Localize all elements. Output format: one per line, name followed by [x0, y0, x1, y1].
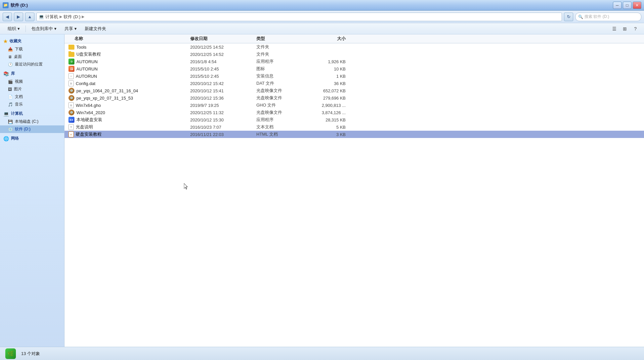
- back-button[interactable]: ◀: [3, 13, 12, 21]
- table-row[interactable]: e 硬盘安装教程 2016/11/21 22:03 HTML 文档 3 KB: [64, 131, 644, 138]
- sidebar-item-downloads[interactable]: 📥 下载: [0, 45, 64, 53]
- table-row[interactable]: U盘安装教程 2020/12/25 14:52 文件夹: [64, 51, 644, 58]
- document-label: 文档: [15, 94, 23, 100]
- table-row[interactable]: EX 本地硬盘安装 2020/10/12 15:30 应用程序 28,315 K…: [64, 116, 644, 123]
- iso-icon: 💿: [68, 95, 74, 101]
- statusbar: 🌿 13 个对象: [0, 347, 644, 360]
- col-header-date[interactable]: 修改日期: [190, 36, 256, 42]
- table-row[interactable]: 💿 pe_yqs_1064_20_07_31_16_04 2020/10/12 …: [64, 87, 644, 94]
- sidebar-item-recent[interactable]: 🕐 最近访问的位置: [0, 61, 64, 68]
- organize-button[interactable]: 组织 ▾: [4, 24, 23, 33]
- sidebar-item-drive-c[interactable]: 💾 本地磁盘 (C:): [0, 118, 64, 125]
- iso-icon: 💿: [68, 110, 74, 115]
- dat-icon: D: [68, 80, 74, 86]
- file-size-cell: 2,900,813 ...: [309, 103, 352, 108]
- file-date-cell: 2020/10/12 15:36: [190, 96, 256, 101]
- col-header-size[interactable]: 大小: [309, 36, 352, 42]
- file-date-cell: 2015/5/10 2:45: [190, 67, 256, 71]
- sidebar-item-music[interactable]: 🎵 音乐: [0, 101, 64, 108]
- minimize-button[interactable]: ─: [613, 2, 622, 9]
- file-name-cell: EX 本地硬盘安装: [64, 117, 190, 123]
- sidebar-item-drive-d[interactable]: 💿 软件 (D:): [0, 125, 64, 133]
- breadcrumb-sep1: ▶: [60, 15, 62, 19]
- table-row[interactable]: 💿 pe_yqs_xp_20_07_31_15_53 2020/10/12 15…: [64, 94, 644, 102]
- maximize-button[interactable]: □: [623, 2, 631, 9]
- sidebar-item-document[interactable]: 📄 文档: [0, 93, 64, 101]
- table-row[interactable]: i AUTORUN 2015/5/10 2:45 安装信息 1 KB: [64, 72, 644, 80]
- search-bar[interactable]: 🔍 搜索 软件 (D:): [575, 13, 641, 21]
- recent-icon: 🕐: [8, 62, 13, 67]
- gho-icon: G: [68, 102, 74, 108]
- file-type-cell: 图标: [256, 66, 309, 72]
- image-icon: 🖼: [8, 87, 12, 92]
- sidebar-item-video[interactable]: 🎬 视频: [0, 78, 64, 85]
- toolbar-right: ☰ ⊞ ?: [610, 24, 640, 33]
- col-header-type[interactable]: 类型: [256, 36, 309, 42]
- music-label: 音乐: [15, 102, 23, 107]
- file-list-header: 名称 修改日期 类型 大小: [64, 34, 644, 43]
- txt-icon: T: [68, 124, 74, 130]
- titlebar: 📁 软件 (D:) ─ □ ✕: [0, 0, 644, 11]
- file-date-cell: 2020/10/12 15:41: [190, 88, 256, 93]
- archive-button[interactable]: 包含到库中 ▾: [28, 24, 60, 33]
- computer-header[interactable]: 💻 计算机: [0, 110, 64, 118]
- refresh-button[interactable]: ↻: [564, 13, 573, 21]
- breadcrumb[interactable]: 💻 计算机 ▶ 软件 (D:) ▶: [36, 13, 562, 21]
- file-area: 名称 修改日期 类型 大小 Tools 2020/12/25 14:52 文件夹…: [64, 34, 644, 347]
- sidebar-item-desktop[interactable]: 🖥 桌面: [0, 53, 64, 61]
- file-name-text: AUTORUN: [76, 74, 97, 79]
- view-toggle-button[interactable]: ⊞: [620, 24, 629, 33]
- file-name-text: 硬盘安装教程: [76, 131, 102, 137]
- addressbar: ◀ ▶ ▲ 💻 计算机 ▶ 软件 (D:) ▶ ↻ 🔍 搜索 软件 (D:): [0, 11, 644, 23]
- file-name-text: pe_yqs_1064_20_07_31_16_04: [76, 88, 138, 93]
- status-icon-symbol: 🌿: [7, 350, 14, 357]
- network-header[interactable]: 🌐 网络: [0, 134, 64, 143]
- video-label: 视频: [15, 79, 23, 84]
- breadcrumb-sep2: ▶: [82, 15, 84, 19]
- file-size-cell: 10 KB: [309, 67, 352, 71]
- html-icon: e: [68, 131, 74, 137]
- file-type-cell: 安装信息: [256, 73, 309, 79]
- file-name-cell: 💿 pe_yqs_xp_20_07_31_15_53: [64, 95, 190, 101]
- file-type-cell: 光盘映像文件: [256, 88, 309, 94]
- file-type-cell: 文件夹: [256, 51, 309, 57]
- status-app-icon: 🌿: [5, 348, 16, 359]
- archive-label: 包含到库中: [31, 26, 53, 32]
- file-size-cell: 652,072 KB: [309, 88, 352, 93]
- iso-icon: 💿: [68, 88, 74, 94]
- table-row[interactable]: ⚙ AUTORUN 2016/1/8 4:54 应用程序 1,926 KB: [64, 58, 644, 65]
- table-row[interactable]: G Win7x64.gho 2019/9/7 19:25 GHO 文件 2,90…: [64, 102, 644, 109]
- document-icon: 📄: [8, 95, 13, 99]
- computer-label: 计算机: [11, 111, 23, 116]
- network-label: 网络: [11, 136, 19, 141]
- table-row[interactable]: Tools 2020/12/25 14:52 文件夹: [64, 43, 644, 51]
- favorites-section: ★ 收藏夹 📥 下载 🖥 桌面 🕐 最近访问的位置: [0, 37, 64, 68]
- close-button[interactable]: ✕: [633, 2, 641, 9]
- up-button[interactable]: ▲: [25, 13, 34, 21]
- sidebar-item-image[interactable]: 🖼 图片: [0, 85, 64, 93]
- col-header-name[interactable]: 名称: [64, 36, 190, 42]
- forward-button[interactable]: ▶: [14, 13, 23, 21]
- breadcrumb-icon: 💻: [39, 14, 44, 19]
- file-name-text: 光盘说明: [76, 124, 93, 130]
- file-size-cell: 1,926 KB: [309, 59, 352, 64]
- folder-icon: [68, 45, 74, 50]
- file-name-text: Tools: [76, 45, 86, 50]
- library-header[interactable]: 📚 库: [0, 69, 64, 78]
- file-size-cell: 1 KB: [309, 74, 352, 79]
- file-name-cell: U盘安装教程: [64, 51, 190, 57]
- help-button[interactable]: ?: [631, 24, 640, 33]
- file-name-text: Config.dat: [76, 81, 95, 86]
- table-row[interactable]: T 光盘说明 2016/10/23 7:07 文本文档 5 KB: [64, 123, 644, 131]
- new-folder-button[interactable]: 新建文件夹: [81, 24, 110, 33]
- table-row[interactable]: 💿 Win7x64_2020 2020/12/25 11:32 光盘映像文件 3…: [64, 109, 644, 116]
- desktop-label: 桌面: [14, 54, 22, 60]
- file-type-cell: GHO 文件: [256, 102, 309, 108]
- table-row[interactable]: 🖼 AUTORUN 2015/5/10 2:45 图标 10 KB: [64, 65, 644, 72]
- share-button[interactable]: 共享 ▾: [61, 24, 80, 33]
- file-date-cell: 2020/12/25 14:52: [190, 45, 256, 50]
- view-menu-button[interactable]: ☰: [610, 24, 619, 33]
- table-row[interactable]: D Config.dat 2020/10/12 15:42 DAT 文件 36 …: [64, 80, 644, 87]
- favorites-header[interactable]: ★ 收藏夹: [0, 37, 64, 45]
- file-size-cell: 3,874,126 ...: [309, 110, 352, 115]
